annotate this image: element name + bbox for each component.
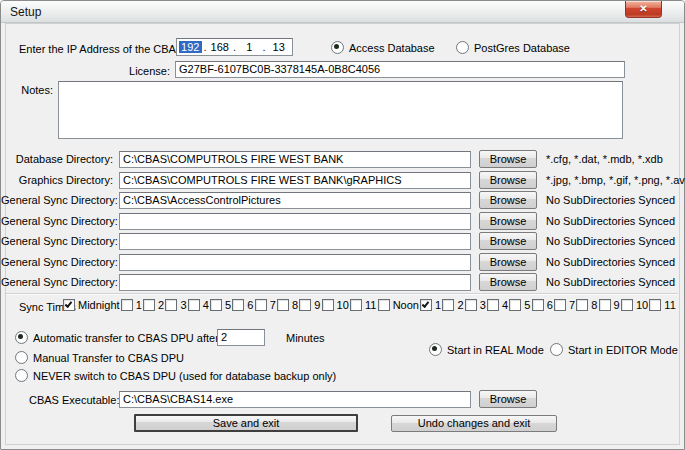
sync-time-option[interactable]: 1 xyxy=(121,299,142,311)
sync-time-option[interactable]: 10 xyxy=(621,299,648,311)
browse-button[interactable]: Browse xyxy=(479,232,537,250)
sync-time-option[interactable]: 11 xyxy=(649,299,675,311)
ip-octet-1[interactable]: 192 xyxy=(179,41,202,53)
checkbox-icon[interactable] xyxy=(442,299,454,311)
directory-path-input[interactable] xyxy=(119,233,471,250)
radio-automatic-transfer[interactable]: Automatic transfer to CBAS DPU after xyxy=(15,331,219,344)
checkbox-icon[interactable] xyxy=(420,299,432,311)
ip-octet-4[interactable]: 13 xyxy=(267,41,290,53)
ip-separator: . xyxy=(261,41,268,53)
browse-button[interactable]: Browse xyxy=(479,212,537,230)
sync-time-option[interactable]: Midnight xyxy=(63,299,120,311)
radio-icon[interactable] xyxy=(15,331,28,344)
sync-time-option[interactable]: 4 xyxy=(188,299,209,311)
sync-time-option[interactable]: 11 xyxy=(350,299,376,311)
browse-button[interactable]: Browse xyxy=(479,253,537,271)
sync-time-option[interactable]: 3 xyxy=(465,299,486,311)
checkbox-icon[interactable] xyxy=(299,299,311,311)
checkbox-icon[interactable] xyxy=(121,299,133,311)
sync-time-option[interactable]: 2 xyxy=(143,299,164,311)
sync-times-row: Midnight 1 2 3 4 5 xyxy=(63,299,676,311)
directory-path-input[interactable]: C:\CBAS\COMPUTROLS FIRE WEST BANK\gRAPHI… xyxy=(119,172,471,189)
checkbox-icon[interactable] xyxy=(599,299,611,311)
radio-icon[interactable] xyxy=(15,351,28,364)
sync-time-option[interactable]: 4 xyxy=(487,299,508,311)
sync-time-option[interactable]: 8 xyxy=(576,299,597,311)
radio-manual-transfer[interactable]: Manual Transfer to CBAS DPU xyxy=(15,351,184,364)
notes-label: Notes: xyxy=(9,84,53,96)
radio-icon[interactable] xyxy=(429,343,442,356)
radio-never-switch[interactable]: NEVER switch to CBAS DPU (used for datab… xyxy=(15,369,336,382)
sync-time-option[interactable]: 10 xyxy=(322,299,349,311)
checkbox-icon[interactable] xyxy=(350,299,362,311)
radio-icon[interactable] xyxy=(456,41,469,54)
checkbox-icon[interactable] xyxy=(322,299,334,311)
checkbox-icon[interactable] xyxy=(255,299,267,311)
checkbox-icon[interactable] xyxy=(277,299,289,311)
ip-separator: . xyxy=(231,41,238,53)
close-button[interactable]: ✕ xyxy=(625,1,662,18)
checkbox-icon[interactable] xyxy=(649,299,661,311)
directory-path-input[interactable]: C:\CBAS\AccessControlPictures xyxy=(119,192,471,209)
sync-time-option[interactable]: 1 xyxy=(420,299,441,311)
checkbox-icon[interactable] xyxy=(232,299,244,311)
sync-time-option[interactable]: 3 xyxy=(165,299,186,311)
checkbox-icon[interactable] xyxy=(210,299,222,311)
ip-octet-3[interactable]: 1 xyxy=(238,41,261,53)
checkbox-icon[interactable] xyxy=(143,299,155,311)
ip-address-input[interactable]: 192 . 168 . 1 . 13 xyxy=(176,38,293,56)
checkbox-icon[interactable] xyxy=(63,299,75,311)
executable-browse-button[interactable]: Browse xyxy=(479,390,537,408)
checkbox-icon[interactable] xyxy=(188,299,200,311)
title-bar[interactable]: Setup ✕ xyxy=(1,1,684,23)
radio-access-database[interactable]: Access Database xyxy=(331,41,435,54)
radio-start-editor-mode[interactable]: Start in EDITOR Mode xyxy=(550,343,678,356)
sync-time-option[interactable]: 6 xyxy=(532,299,553,311)
checkbox-icon[interactable] xyxy=(554,299,566,311)
sync-time-option[interactable]: 5 xyxy=(210,299,231,311)
save-and-exit-button[interactable]: Save and exit xyxy=(134,414,358,432)
sync-time-option[interactable]: 7 xyxy=(554,299,575,311)
sync-time-option[interactable]: 8 xyxy=(277,299,298,311)
sync-time-option[interactable]: 2 xyxy=(442,299,463,311)
sync-time-option[interactable]: 9 xyxy=(599,299,620,311)
browse-button[interactable]: Browse xyxy=(479,150,537,168)
sync-time-option[interactable]: 5 xyxy=(509,299,530,311)
checkbox-icon[interactable] xyxy=(165,299,177,311)
sync-time-option-label: 9 xyxy=(314,299,320,311)
radio-label: Manual Transfer to CBAS DPU xyxy=(33,352,184,364)
browse-button[interactable]: Browse xyxy=(479,171,537,189)
executable-label: CBAS Executable: xyxy=(29,394,116,406)
directory-path-input[interactable] xyxy=(119,274,471,291)
transfer-minutes-input[interactable]: 2 xyxy=(217,329,265,346)
license-input[interactable]: G27BF-6107BC0B-3378145A-0B8C4056 xyxy=(175,61,625,78)
sync-time-option-label: 3 xyxy=(480,299,486,311)
sync-time-option[interactable]: 6 xyxy=(232,299,253,311)
checkbox-icon[interactable] xyxy=(509,299,521,311)
sync-time-option[interactable]: Noon xyxy=(378,299,419,311)
browse-button[interactable]: Browse xyxy=(479,273,537,291)
radio-start-real-mode[interactable]: Start in REAL Mode xyxy=(429,343,544,356)
directory-path-input[interactable] xyxy=(119,254,471,271)
sync-time-option[interactable]: 9 xyxy=(299,299,320,311)
checkbox-icon[interactable] xyxy=(576,299,588,311)
radio-icon[interactable] xyxy=(15,369,28,382)
radio-icon[interactable] xyxy=(550,343,563,356)
ip-octet-2[interactable]: 168 xyxy=(208,41,231,53)
checkbox-icon[interactable] xyxy=(532,299,544,311)
checkbox-icon[interactable] xyxy=(621,299,633,311)
checkbox-icon[interactable] xyxy=(465,299,477,311)
directory-path-input[interactable] xyxy=(119,213,471,230)
notes-input[interactable] xyxy=(58,81,623,139)
sync-time-option-label: 6 xyxy=(547,299,553,311)
radio-icon[interactable] xyxy=(331,41,344,54)
checkbox-icon[interactable] xyxy=(378,299,390,311)
sync-time-option[interactable]: 7 xyxy=(255,299,276,311)
radio-label: PostGres Database xyxy=(474,42,570,54)
executable-path-input[interactable]: C:\CBAS\CBAS14.exe xyxy=(119,391,471,408)
radio-postgres-database[interactable]: PostGres Database xyxy=(456,41,570,54)
checkbox-icon[interactable] xyxy=(487,299,499,311)
browse-button[interactable]: Browse xyxy=(479,191,537,209)
undo-changes-button[interactable]: Undo changes and exit xyxy=(391,415,557,432)
directory-path-input[interactable]: C:\CBAS\COMPUTROLS FIRE WEST BANK xyxy=(119,151,471,168)
